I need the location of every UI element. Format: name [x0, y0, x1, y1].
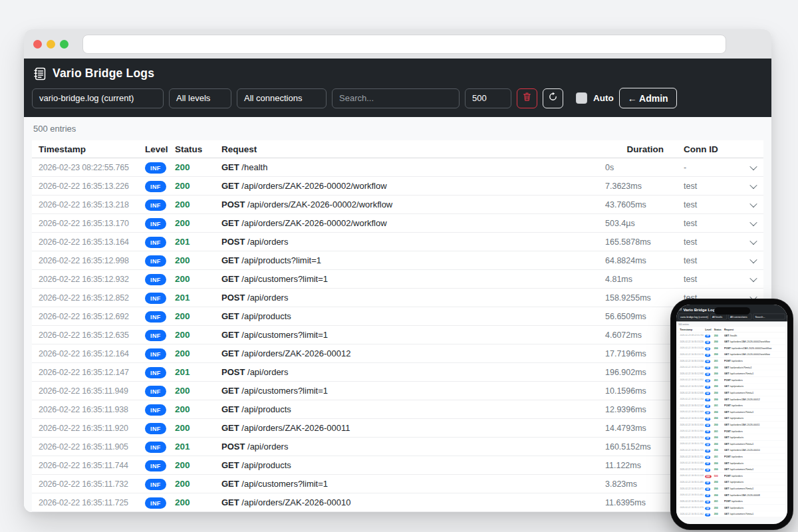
url-bar[interactable]	[82, 35, 726, 54]
log-table: Timestamp Level Status Request Duration …	[32, 140, 763, 512]
log-row[interactable]: 2026-02-22 16:35:12.635 INF 200 GET /api…	[32, 326, 763, 344]
log-row[interactable]: 2026-02-22 16:35:12.932 INF 200 GET /api…	[32, 270, 763, 289]
http-method: GET	[221, 497, 239, 507]
log-row[interactable]: 2026-02-22 16:35:13.170 INF 200 GET /api…	[32, 214, 763, 233]
phone-log-row: 2026-02-22 16:35:12.998 INF 200 GET /api…	[678, 364, 785, 371]
request-cell: GET /api/orders/ZAK-2026-00012	[221, 348, 605, 358]
expand-row-button[interactable]	[743, 165, 763, 170]
phone-preview-overlay: Vario Bridge Logs vario-bridge.log (curr…	[670, 299, 793, 530]
request-path: /api/orders/ZAK-2026-00002/workflow	[247, 200, 392, 209]
log-row[interactable]: 2026-02-22 16:35:12.998 INF 200 GET /api…	[32, 251, 763, 270]
status-code: 200	[175, 497, 221, 507]
log-row[interactable]: 2026-02-22 16:35:13.226 INF 200 GET /api…	[32, 177, 763, 196]
request-path: /api/products	[241, 311, 291, 321]
level-badge: INF	[145, 497, 166, 509]
filter-toolbar: vario-bridge.log (current) All levels Al…	[32, 88, 763, 108]
log-row[interactable]: 2026-02-22 16:35:11.920 INF 200 GET /api…	[32, 419, 763, 438]
limit-input[interactable]	[465, 88, 511, 108]
log-row[interactable]: 2026-02-22 16:35:11.732 INF 200 GET /api…	[32, 475, 763, 493]
log-timestamp: 2026-02-22 16:35:13.226	[39, 182, 145, 191]
status-code: 200	[175, 181, 221, 191]
status-code: 201	[175, 367, 221, 377]
phone-notch	[714, 307, 750, 315]
log-row[interactable]: 2026-02-22 16:35:11.938 INF 200 GET /api…	[32, 400, 763, 419]
auto-refresh-checkbox[interactable]	[576, 92, 587, 104]
log-timestamp: 2026-02-22 16:35:12.635	[39, 331, 145, 340]
status-code: 200	[175, 218, 221, 228]
expand-row-button[interactable]	[743, 184, 763, 189]
http-method: GET	[221, 162, 239, 172]
request-cell: GET /api/customers?limit=1	[221, 330, 605, 340]
minimize-window-button[interactable]	[47, 40, 55, 49]
log-row[interactable]: 2026-02-22 16:35:12.164 INF 200 GET /api…	[32, 344, 763, 363]
request-path: /api/customers?limit=1	[241, 479, 328, 489]
log-level-cell: INF	[145, 198, 175, 211]
arrow-clockwise-icon	[548, 92, 558, 104]
auto-refresh-label: Auto	[593, 93, 614, 103]
level-badge: INF	[145, 386, 166, 397]
phone-log-row: 2026-02-22 16:35:11.732 INF 200 GET /api…	[678, 441, 785, 448]
log-row[interactable]: 2026-02-22 16:35:13.164 INF 201 POST /ap…	[32, 233, 763, 251]
http-method: POST	[221, 293, 245, 303]
log-timestamp: 2026-02-22 16:35:12.147	[39, 368, 145, 377]
expand-row-button[interactable]	[743, 239, 763, 245]
http-method: GET	[221, 386, 239, 396]
request-cell: GET /api/customers?limit=1	[221, 479, 605, 489]
clear-logs-button[interactable]	[517, 88, 537, 108]
request-path: /api/orders/ZAK-2026-00010	[241, 497, 350, 507]
log-row[interactable]: 2026-02-22 16:35:11.949 INF 200 GET /api…	[32, 382, 763, 400]
log-level-cell: INF	[145, 347, 175, 360]
level-badge: INF	[145, 442, 166, 453]
log-timestamp: 2026-02-22 16:35:11.744	[39, 461, 145, 470]
expand-row-button[interactable]	[743, 277, 763, 282]
log-timestamp: 2026-02-22 16:35:11.725	[39, 498, 145, 507]
level-badge: INF	[145, 274, 166, 285]
request-path: /api/products	[241, 460, 291, 470]
log-row[interactable]: 2026-02-22 16:35:11.744 INF 200 GET /api…	[32, 456, 763, 475]
search-input[interactable]	[332, 88, 460, 108]
log-file-select[interactable]: vario-bridge.log (current)	[32, 88, 164, 108]
log-timestamp: 2026-02-22 16:35:12.932	[39, 275, 145, 284]
log-row[interactable]: 2026-02-22 16:35:11.905 INF 201 POST /ap…	[32, 438, 763, 456]
request-path: /api/products?limit=1	[241, 255, 321, 265]
phone-screen: Vario Bridge Logs vario-bridge.log (curr…	[676, 305, 787, 524]
request-path: /api/orders/ZAK-2026-00002/workflow	[241, 218, 386, 228]
request-cell: GET /api/orders/ZAK-2026-00011	[221, 423, 605, 433]
page-background: Vario Bridge Logs vario-bridge.log (curr…	[0, 0, 798, 532]
expand-row-button[interactable]	[743, 258, 763, 263]
conn-id-cell: -	[684, 163, 743, 172]
level-badge: INF	[145, 423, 166, 434]
request-cell: POST /api/orders/ZAK-2026-00002/workflow	[221, 200, 605, 209]
log-level-cell: INF	[145, 235, 175, 249]
expand-row-button[interactable]	[743, 202, 763, 207]
http-method: POST	[221, 442, 245, 452]
col-level: Level	[145, 144, 175, 154]
log-row[interactable]: 2026-02-22 16:35:12.852 INF 201 POST /ap…	[32, 289, 763, 307]
close-window-button[interactable]	[33, 40, 42, 49]
title-row: Vario Bridge Logs	[32, 65, 763, 88]
http-method: GET	[221, 479, 239, 489]
log-row[interactable]: 2026-02-22 16:35:12.692 INF 200 GET /api…	[32, 307, 763, 326]
log-row[interactable]: 2026-02-22 16:35:12.147 INF 201 POST /ap…	[32, 363, 763, 382]
log-row[interactable]: 2026-02-23 08:22:55.765 INF 200 GET /hea…	[32, 158, 763, 177]
log-row[interactable]: 2026-02-22 16:35:13.218 INF 200 POST /ap…	[32, 196, 763, 214]
conn-id-cell: test	[684, 256, 743, 265]
level-badge: INF	[145, 293, 166, 304]
chevron-down-icon	[749, 181, 757, 188]
expand-row-button[interactable]	[743, 221, 763, 226]
level-filter-select[interactable]: All levels	[169, 88, 231, 108]
phone-table-header-row: Timestamp Level Status Request	[678, 327, 785, 332]
level-badge: INF	[145, 255, 166, 267]
phone-log-row: 2026-02-22 16:35:13.164 INF 201 POST /ap…	[678, 358, 785, 364]
log-row[interactable]: 2026-02-22 16:35:11.725 INF 200 GET /api…	[32, 493, 763, 512]
status-code: 200	[175, 274, 221, 284]
connection-filter-select[interactable]: All connections	[237, 88, 327, 108]
phone-log-row: 2026-02-22 16:35:11.362 INF 200 GET /api…	[678, 511, 785, 517]
admin-back-button[interactable]: ← Admin	[619, 88, 677, 108]
request-cell: GET /api/products	[221, 404, 605, 414]
phone-log-row: 2026-02-22 16:35:13.170 INF 200 GET /api…	[678, 351, 785, 358]
zoom-window-button[interactable]	[60, 40, 68, 49]
refresh-button[interactable]	[543, 88, 563, 108]
phone-log-row: 2026-02-22 16:35:11.711 INF 201 POST /ap…	[678, 454, 785, 460]
duration-cell: 64.8824ms	[605, 256, 684, 265]
